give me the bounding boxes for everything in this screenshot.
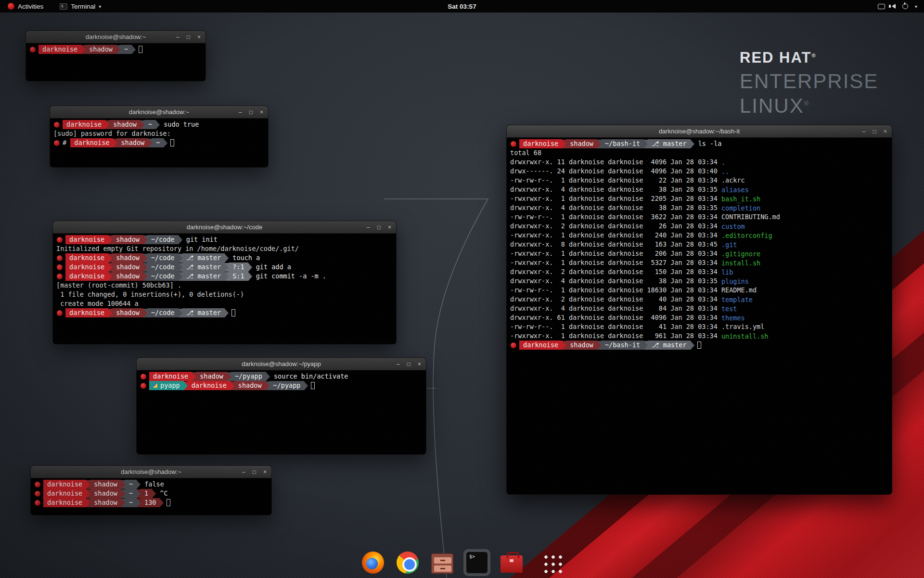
close-button[interactable]: × xyxy=(884,125,887,138)
minimize-button[interactable]: – xyxy=(862,125,866,138)
host-segment: shadow xyxy=(90,480,121,489)
close-button[interactable]: × xyxy=(418,358,421,370)
directory-name: template xyxy=(721,296,753,303)
maximize-button[interactable]: □ xyxy=(253,466,256,478)
desktop: RED HAT® ENTERPRISE LINUX® darknoise@sha… xyxy=(0,0,924,578)
terminal-window-w6[interactable]: darknoise@shadow:~/bash-it–□×darknoisesh… xyxy=(507,125,892,494)
volume-icon[interactable] xyxy=(892,4,896,9)
terminal-cursor xyxy=(231,309,235,316)
system-menu-chevron-icon[interactable]: ▾ xyxy=(915,4,917,9)
redhat-prompt-icon xyxy=(57,310,63,316)
terminal-cursor xyxy=(170,139,174,146)
close-button[interactable]: × xyxy=(260,106,263,118)
powerline-separator-icon xyxy=(137,480,141,489)
powerline-separator-icon xyxy=(81,45,85,54)
path-segment: ~/pyapp xyxy=(270,381,305,390)
user-segment: darknoise xyxy=(63,120,105,129)
brand-redhat: RED HAT® xyxy=(740,49,878,66)
terminal-content[interactable]: darknoiseshadow~/bash-it⎇ master ls -lat… xyxy=(507,138,892,351)
window-titlebar[interactable]: darknoise@shadow:~/pyapp–□× xyxy=(137,358,426,370)
terminal-window-w3[interactable]: darknoise@shadow:~/code–□×darknoiseshado… xyxy=(53,221,396,344)
powerline-separator-icon xyxy=(108,236,112,244)
host-segment: shadow xyxy=(85,45,116,54)
window-titlebar[interactable]: darknoise@shadow:~–□× xyxy=(26,31,205,43)
terminal-window-w4[interactable]: darknoise@shadow:~/pyapp–□×darknoiseshad… xyxy=(137,358,426,454)
powerline-separator-icon xyxy=(143,254,147,263)
minimize-button[interactable]: – xyxy=(239,106,242,118)
terminal-window-w1[interactable]: darknoise@shadow:~–□×darknoiseshadow~ xyxy=(26,31,205,81)
window-titlebar[interactable]: darknoise@shadow:~/code–□× xyxy=(53,221,396,234)
display-icon[interactable] xyxy=(878,4,885,9)
directory-name: .. xyxy=(721,168,729,175)
command-text: git commit -a -m . xyxy=(252,272,326,281)
window-title: darknoise@shadow:~ xyxy=(86,33,146,40)
path-segment: ~/bash-it xyxy=(601,341,644,350)
chevron-down-icon: ▾ xyxy=(99,4,101,9)
git-branch-segment: ⎇ master xyxy=(182,308,225,317)
minimize-button[interactable]: – xyxy=(242,466,245,478)
path-segment: ~ xyxy=(152,138,164,147)
window-titlebar[interactable]: darknoise@shadow:~–□× xyxy=(50,106,268,118)
powerline-separator-icon xyxy=(562,140,566,148)
command-text: touch a xyxy=(229,253,260,263)
output-text: -rw-rw-r--. 1 darknoise darknoise 41 Jan… xyxy=(510,322,764,331)
output-text: drwxrwxr-x. 4 darknoise darknoise 84 Jan… xyxy=(510,304,721,313)
dock-app-grid[interactable] xyxy=(539,550,565,576)
dock-chrome[interactable] xyxy=(394,549,421,576)
power-icon[interactable] xyxy=(902,3,908,9)
close-button[interactable]: × xyxy=(263,466,267,478)
powerline-separator-icon xyxy=(121,480,125,489)
terminal-line: -rwxrwxr-x. 1 darknoise darknoise 206 Ja… xyxy=(510,249,888,258)
path-segment: ~ xyxy=(125,480,137,489)
powerline-separator-icon xyxy=(143,263,147,272)
output-text: total 68 xyxy=(510,148,541,158)
maximize-button[interactable]: □ xyxy=(377,221,381,234)
redhat-prompt-icon xyxy=(57,255,63,261)
terminal-content[interactable]: darknoiseshadow~/code git initInitialize… xyxy=(53,234,396,319)
executable-name: .gitignore xyxy=(721,250,760,258)
dock-toolbox[interactable] xyxy=(498,550,525,575)
directory-name: aliases xyxy=(721,186,749,194)
minimize-button[interactable]: – xyxy=(176,31,180,43)
user-segment: darknoise xyxy=(188,381,231,390)
path-segment: ~ xyxy=(125,498,137,507)
firefox-icon xyxy=(362,552,384,574)
window-titlebar[interactable]: darknoise@shadow:~–□× xyxy=(31,466,271,478)
terminal-cursor xyxy=(311,382,315,389)
output-text: drwxrwxr-x. 61 darknoise darknoise 4096 … xyxy=(510,313,721,322)
maximize-button[interactable]: □ xyxy=(249,106,253,118)
app-menu-label: Terminal xyxy=(71,3,95,10)
user-segment: darknoise xyxy=(65,308,108,317)
maximize-button[interactable]: □ xyxy=(873,125,876,138)
output-text: drwxrwxr-x. 2 darknoise darknoise 40 Jan… xyxy=(510,295,721,304)
dock-terminal[interactable] xyxy=(463,549,490,576)
dock-files[interactable] xyxy=(429,550,456,576)
terminal-content[interactable]: darknoiseshadow~/pyapp source bin/activa… xyxy=(137,370,426,392)
powerline-separator-icon xyxy=(86,480,90,489)
maximize-button[interactable]: □ xyxy=(187,31,190,43)
terminal-content[interactable]: darknoiseshadow~ falsedarknoiseshadow~1 … xyxy=(31,478,271,509)
powerline-separator-icon xyxy=(266,372,270,381)
minimize-button[interactable]: – xyxy=(367,221,370,234)
minimize-button[interactable]: – xyxy=(397,358,400,370)
user-segment: darknoise xyxy=(519,139,562,148)
terminal-content[interactable]: darknoiseshadow~ sudo true[sudo] passwor… xyxy=(50,118,268,149)
terminal-content[interactable]: darknoiseshadow~ xyxy=(26,43,205,55)
maximize-button[interactable]: □ xyxy=(407,358,411,370)
window-titlebar[interactable]: darknoise@shadow:~/bash-it–□× xyxy=(507,125,892,138)
terminal-window-w5[interactable]: darknoise@shadow:~–□×darknoiseshadow~ fa… xyxy=(31,466,271,515)
user-segment: darknoise xyxy=(65,272,108,281)
executable-name: install.sh xyxy=(721,259,760,267)
path-segment: ~/bash-it xyxy=(601,139,644,148)
close-button[interactable]: × xyxy=(197,31,201,43)
activities-button[interactable]: Activities xyxy=(5,0,46,13)
close-button[interactable]: × xyxy=(388,221,391,234)
window-controls: –□× xyxy=(176,31,201,43)
terminal-line: [master (root-commit) 50bcb63] . xyxy=(56,281,393,290)
clock[interactable]: Sat 03:57 xyxy=(448,3,476,10)
dock-firefox[interactable] xyxy=(359,549,386,576)
redhat-prompt-icon xyxy=(57,274,63,279)
redhat-prompt-icon xyxy=(511,342,516,348)
app-menu-terminal[interactable]: $ Terminal ▾ xyxy=(57,0,104,13)
terminal-window-w2[interactable]: darknoise@shadow:~–□×darknoiseshadow~ su… xyxy=(50,106,268,167)
